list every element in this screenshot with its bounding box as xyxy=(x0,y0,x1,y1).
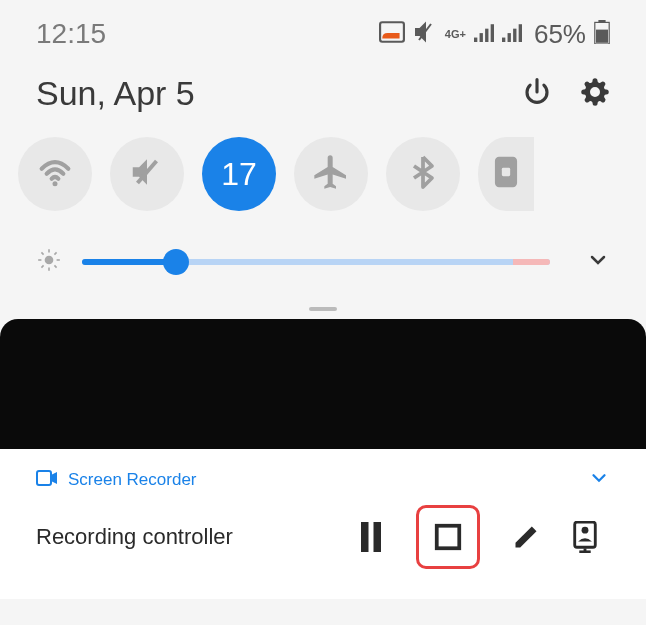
slider-warm-zone xyxy=(513,259,550,265)
bluetooth-icon xyxy=(405,154,441,194)
brightness-expand-button[interactable] xyxy=(586,248,610,276)
rotation-toggle[interactable] xyxy=(478,137,534,211)
edit-button[interactable] xyxy=(512,523,540,551)
brightness-slider[interactable] xyxy=(82,259,550,265)
svg-point-12 xyxy=(53,181,58,186)
recording-controls xyxy=(358,505,598,569)
svg-rect-11 xyxy=(596,30,608,43)
notification-title: Recording controller xyxy=(36,524,233,550)
bluetooth-toggle[interactable] xyxy=(386,137,460,211)
panel-header: Sun, Apr 5 xyxy=(0,60,646,131)
settings-button[interactable] xyxy=(580,77,610,111)
notification-collapse-button[interactable] xyxy=(588,467,610,493)
airplane-toggle[interactable] xyxy=(294,137,368,211)
notification-body: Recording controller xyxy=(36,505,610,569)
svg-rect-26 xyxy=(361,522,369,552)
svg-rect-7 xyxy=(513,29,516,42)
notification-app-info: Screen Recorder xyxy=(36,469,197,491)
lock-portrait-icon xyxy=(491,154,521,194)
pause-button[interactable] xyxy=(358,522,384,552)
mute-speaker-icon xyxy=(128,153,166,195)
airplane-icon xyxy=(311,152,351,196)
date-toggle[interactable]: 17 xyxy=(202,137,276,211)
status-indicators: 4G+ 65% xyxy=(379,19,610,50)
drag-bar-icon xyxy=(309,307,337,311)
header-actions xyxy=(522,77,610,111)
power-button[interactable] xyxy=(522,77,552,111)
svg-rect-4 xyxy=(491,24,494,42)
notification-header: Screen Recorder xyxy=(36,467,610,493)
svg-line-21 xyxy=(41,252,43,254)
svg-rect-8 xyxy=(519,24,522,42)
notification-app-name: Screen Recorder xyxy=(68,470,197,490)
wifi-icon xyxy=(35,152,75,196)
panel-drag-handle[interactable] xyxy=(0,289,646,319)
svg-rect-29 xyxy=(575,522,596,547)
battery-icon xyxy=(594,20,610,48)
status-bar: 12:15 4G+ 65% xyxy=(0,0,646,60)
selfie-overlay-button[interactable] xyxy=(572,521,598,553)
network-4g-icon: 4G+ xyxy=(445,28,466,40)
battery-percent: 65% xyxy=(534,19,586,50)
svg-line-24 xyxy=(54,252,56,254)
signal-bars-1-icon xyxy=(474,22,494,46)
toggle-number-label: 17 xyxy=(221,156,257,193)
svg-rect-5 xyxy=(502,38,505,42)
svg-rect-27 xyxy=(374,522,382,552)
screen-recorder-notification: Screen Recorder Recording controller xyxy=(0,449,646,599)
slider-fill xyxy=(82,259,176,265)
svg-rect-15 xyxy=(502,168,510,176)
svg-point-16 xyxy=(45,256,54,265)
status-time: 12:15 xyxy=(36,18,106,50)
svg-rect-28 xyxy=(437,526,460,549)
sound-toggle[interactable] xyxy=(110,137,184,211)
background-content xyxy=(0,319,646,449)
signal-bars-2-icon xyxy=(502,22,522,46)
svg-line-23 xyxy=(41,265,43,267)
brightness-control xyxy=(0,217,646,289)
date-label: Sun, Apr 5 xyxy=(36,74,195,113)
brightness-icon xyxy=(36,247,62,277)
mute-icon xyxy=(413,20,437,48)
svg-rect-6 xyxy=(508,33,511,42)
slider-thumb[interactable] xyxy=(163,249,189,275)
svg-rect-2 xyxy=(480,33,483,42)
svg-rect-3 xyxy=(485,29,488,42)
wifi-toggle[interactable] xyxy=(18,137,92,211)
svg-point-30 xyxy=(582,527,589,534)
quick-settings-row: 17 xyxy=(0,131,646,217)
stop-button[interactable] xyxy=(416,505,480,569)
video-camera-icon xyxy=(36,469,58,491)
svg-rect-25 xyxy=(37,471,51,485)
cast-icon xyxy=(379,21,405,47)
svg-rect-0 xyxy=(380,22,404,42)
svg-line-22 xyxy=(54,265,56,267)
svg-rect-1 xyxy=(474,38,477,42)
